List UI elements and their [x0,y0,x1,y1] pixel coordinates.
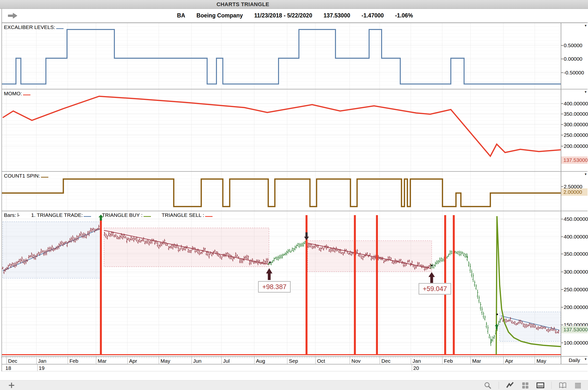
month-label: Mar [470,357,503,364]
year-label: 20 [413,365,419,371]
bottom-toolbar [0,380,588,390]
symbol: BA [177,12,185,19]
axis-tick [561,72,563,73]
trade-result-annotation: +98.387 [258,281,291,292]
month-scale[interactable]: DecJanFebMarAprMayJunJulAugSepOctNovDecJ… [2,357,561,364]
axis-tick [561,219,563,219]
price-plot[interactable]: Bars: 1. TRIANGLE TRADE: TRIANGLE BUY : … [2,211,561,356]
bottom-spacer [0,371,588,380]
chart-header: BA Boeing Company 11/23/2018 - 5/22/2020… [1,9,588,23]
current-value-tag: 2.00000 [561,188,588,196]
axis-tick [561,342,563,343]
triangle-buy-label: TRIANGLE BUY : [102,212,142,218]
date-range: 11/23/2018 - 5/22/2020 [254,12,312,19]
month-label: May [159,357,191,364]
forward-arrow-icon[interactable] [7,12,18,21]
axis-tick [561,186,563,187]
month-label: Jan [36,357,68,364]
menu-icon[interactable] [574,381,582,390]
search-icon[interactable] [483,381,492,390]
axis-label: 250.00000 [564,287,588,292]
month-label: Feb [442,357,470,364]
momo-plot[interactable]: MOMO: [2,89,561,171]
axis-tick [561,325,563,325]
month-label: Nov [350,357,380,364]
axis-tick [561,114,563,114]
month-label: Sep [287,357,315,364]
price-panel: Bars: 1. TRIANGLE TRADE: TRIANGLE BUY : … [2,211,588,356]
current-value-tag: 137.53000 [561,156,588,164]
excaliber-label: EXCALIBER LEVELS: [4,24,64,30]
axis-tick [561,289,563,290]
axis-label: 400.00000 [564,101,588,107]
count1-legend-swatch [41,174,48,178]
count1-spin-label: COUNT1 SPIN: [4,173,48,179]
price-axis: 450.00000400.00000350.00000300.00000250.… [561,211,588,356]
window-title: CHARTS TRIANGLE [216,1,269,8]
axis-tick [561,146,563,146]
year-label: 19 [39,365,44,371]
momo-label: MOMO: [4,91,30,97]
axis-label: -0.50000 [564,70,584,76]
count1-spin-plot[interactable]: COUNT1 SPIN: [2,172,561,211]
axis-tick [561,272,563,272]
chart-panels: EXCALIBER LEVELS: ▾ 0.500000.00000-0.500… [1,23,588,371]
year-divider [412,364,412,371]
axis-label: 450.00000 [564,216,588,222]
toolbar-divider [499,382,499,389]
momo-legend-swatch [23,92,30,95]
add-icon[interactable] [7,381,16,390]
axis-tick [561,135,563,135]
momo-axis: ▾ 400.00000350.00000300.00000250.0000020… [561,89,588,171]
axis-tick [561,103,563,104]
triangle-buy-swatch [144,213,151,217]
time-axis: DecJanFebMarAprMayJunJulAugSepOctNovDecJ… [2,356,588,364]
month-label: Jul [221,357,254,364]
count1-spin-axis: ▾ 2.500002.00000 [561,172,588,211]
year-scale: 181920 [2,364,588,371]
triangle-trade-label: 1. TRIANGLE TRADE: [31,212,83,218]
interval-dropdown[interactable]: Daily ▾ [561,357,588,364]
collapse-panel-icon[interactable]: ▾ [585,24,587,27]
grid-icon[interactable] [521,381,529,390]
excaliber-plot[interactable]: EXCALIBER LEVELS: [2,23,561,89]
month-label: Jan [411,357,442,364]
year-label: 18 [5,365,11,371]
excaliber-axis: ▾ 0.500000.00000-0.50000 [561,23,588,89]
month-label: Apr [127,357,159,364]
excaliber-legend-swatch [56,26,64,29]
axis-label: 300.00000 [564,122,588,127]
trade-result-annotation: +59.047 [419,283,451,294]
book-icon[interactable] [559,381,567,390]
bars-label: Bars: [4,212,16,218]
company-name: Boeing Company [197,12,243,19]
axis-tick [561,59,563,59]
axis-label: 350.00000 [564,251,588,257]
last-price: 137.53000 [323,12,350,19]
axis-tick [561,254,563,254]
axis-tick [561,237,563,237]
price-change-pct: -1.06% [395,12,413,19]
price-legend: Bars: 1. TRIANGLE TRADE: TRIANGLE BUY : … [4,212,212,218]
month-label: May [535,357,561,364]
month-label: Feb [68,357,96,364]
month-label: Dec [6,357,36,364]
screen-icon[interactable] [536,381,545,390]
collapse-panel-icon[interactable]: ▾ [585,172,587,176]
triangle-trade-swatch [84,213,91,217]
collapse-panel-icon[interactable]: ▾ [585,90,587,94]
month-label: Oct [315,357,350,364]
current-value-tag: 137.53000 [561,326,588,333]
momo-panel: MOMO: ▾ 400.00000350.00000300.00000250.0… [2,89,588,171]
axis-label: 200.00000 [564,143,588,149]
year-divider [37,364,38,371]
month-label: Mar [96,357,127,364]
axis-label: 400.00000 [564,234,588,240]
triangle-sell-swatch [205,213,212,217]
axis-tick [561,307,563,307]
trend-icon[interactable] [506,381,514,390]
window-titlebar: CHARTS TRIANGLE [0,0,588,9]
month-label: Jun [191,357,221,364]
axis-label: 250.00000 [564,132,588,138]
axis-label: 0.00000 [564,56,582,62]
